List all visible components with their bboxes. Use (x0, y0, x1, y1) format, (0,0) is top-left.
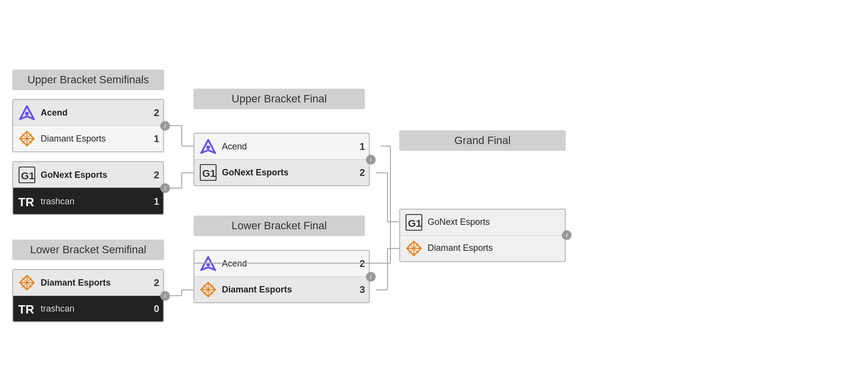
acend-logo (17, 103, 37, 122)
team-row[interactable]: Diamant Esports 2 (13, 270, 163, 296)
team-row[interactable]: Acend 2 (13, 100, 163, 126)
acend-logo-ubf (198, 137, 218, 156)
match-block-gf1: G1 GoNext Esports (399, 209, 566, 262)
match-ubf1: Acend 1 G1 GoNext Esports 2 i (193, 133, 370, 186)
team-score: 1 (353, 141, 365, 152)
spacer (193, 186, 370, 216)
team-score: 3 (353, 284, 365, 295)
team-score: 2 (353, 258, 365, 269)
team-row[interactable]: TR trashcan 0 (13, 296, 163, 321)
gonext-logo-gf: G1 (404, 213, 424, 232)
svg-text:G1: G1 (202, 168, 216, 179)
info-badge-gf1[interactable]: i (562, 230, 572, 240)
match-ubs1: Acend 2 Diamant E (12, 99, 164, 152)
team-score: 2 (147, 169, 159, 181)
team-row[interactable]: Acend 2 (194, 251, 369, 277)
match-block-ubs1: Acend 2 Diamant E (12, 99, 164, 152)
round-header-ubf: Upper Bracket Final (193, 89, 365, 109)
match-lbs1: Diamant Esports 2 TR trashcan 0 i (12, 269, 164, 322)
team-row[interactable]: G1 GoNext Esports 2 (194, 160, 369, 185)
column-2: Upper Bracket Final Acend 1 (193, 89, 370, 303)
info-icon[interactable]: i (160, 183, 170, 193)
acend-logo-lbf (198, 254, 218, 273)
diamant-logo-lbs (17, 273, 37, 292)
team-name: GoNext Esports (222, 168, 349, 178)
team-score: 1 (147, 196, 159, 207)
team-score: 2 (147, 277, 159, 289)
trashcan-logo: TR (17, 192, 37, 211)
team-score: 2 (353, 167, 365, 178)
info-icon[interactable]: i (160, 291, 170, 301)
gonext-logo: G1 (17, 165, 37, 185)
team-row[interactable]: Diamant Esports (400, 236, 565, 261)
info-badge-ubf1[interactable]: i (366, 155, 376, 165)
team-name: Diamant Esports (41, 278, 144, 288)
info-badge-lbf1[interactable]: i (366, 272, 376, 282)
team-name: GoNext Esports (41, 170, 144, 180)
diamant-logo (17, 129, 37, 148)
team-score: 2 (147, 107, 159, 119)
team-row[interactable]: G1 GoNext Esports (400, 210, 565, 236)
team-score: 1 (147, 133, 159, 145)
info-icon[interactable]: i (366, 155, 376, 165)
match-block-ubf1: Acend 1 G1 GoNext Esports 2 (193, 133, 370, 186)
trashcan-logo-lbs: TR (17, 299, 37, 318)
team-name: Acend (222, 142, 349, 152)
team-name: trashcan (41, 196, 144, 207)
team-row[interactable]: Diamant Esports 1 (13, 126, 163, 151)
diamant-logo-gf (404, 239, 424, 258)
svg-text:TR: TR (18, 195, 34, 209)
column-1: Upper Bracket Semifinals Acend 2 (12, 70, 164, 322)
info-badge-lbs1[interactable]: i (160, 291, 170, 301)
match-ubs2: G1 GoNext Esports 2 TR trashc (12, 161, 164, 215)
round-header-lbs: Lower Bracket Semifinal (12, 240, 164, 260)
match-gf1: G1 GoNext Esports (399, 209, 566, 262)
round-header-gf: Grand Final (399, 130, 566, 151)
info-icon[interactable]: i (366, 272, 376, 282)
round-header-ubs: Upper Bracket Semifinals (12, 70, 164, 90)
team-row[interactable]: Acend 1 (194, 134, 369, 160)
svg-text:G1: G1 (408, 217, 422, 228)
diamant-logo-lbf (198, 280, 218, 299)
team-name: Diamant Esports (222, 285, 349, 295)
svg-point-33 (206, 145, 210, 149)
team-row[interactable]: G1 GoNext Esports 2 (13, 162, 163, 189)
info-badge-ubs2[interactable]: i (160, 183, 170, 193)
team-row[interactable]: TR trashcan 1 (13, 189, 163, 214)
match-block-lbs1: Diamant Esports 2 TR trashcan 0 (12, 269, 164, 322)
gonext-logo-ubf: G1 (198, 163, 218, 182)
info-icon[interactable]: i (160, 121, 170, 131)
svg-text:G1: G1 (21, 170, 35, 181)
match-lbf1: Acend 2 Diamant Esports 3 (193, 250, 370, 303)
team-row[interactable]: Diamant Esports 3 (194, 277, 369, 302)
info-icon[interactable]: i (562, 230, 572, 240)
info-badge-ubs1[interactable]: i (160, 121, 170, 131)
team-name: Acend (41, 108, 144, 118)
column-3: Grand Final G1 GoNext Esports (399, 130, 566, 262)
match-block-ubs2: G1 GoNext Esports 2 TR trashc (12, 161, 164, 215)
team-name: Diamant Esports (428, 243, 545, 253)
team-name: Acend (222, 259, 349, 269)
svg-text:TR: TR (18, 303, 34, 316)
team-name: Diamant Esports (41, 134, 144, 144)
team-score: 0 (147, 303, 159, 314)
match-block-lbf1: Acend 2 Diamant Esports 3 (193, 250, 370, 303)
round-header-lbf: Lower Bracket Final (193, 216, 365, 236)
svg-point-36 (206, 263, 210, 266)
svg-point-18 (25, 112, 29, 116)
team-name: trashcan (41, 304, 144, 314)
bracket-root: Upper Bracket Semifinals Acend 2 (0, 0, 868, 387)
team-name: GoNext Esports (428, 217, 545, 227)
